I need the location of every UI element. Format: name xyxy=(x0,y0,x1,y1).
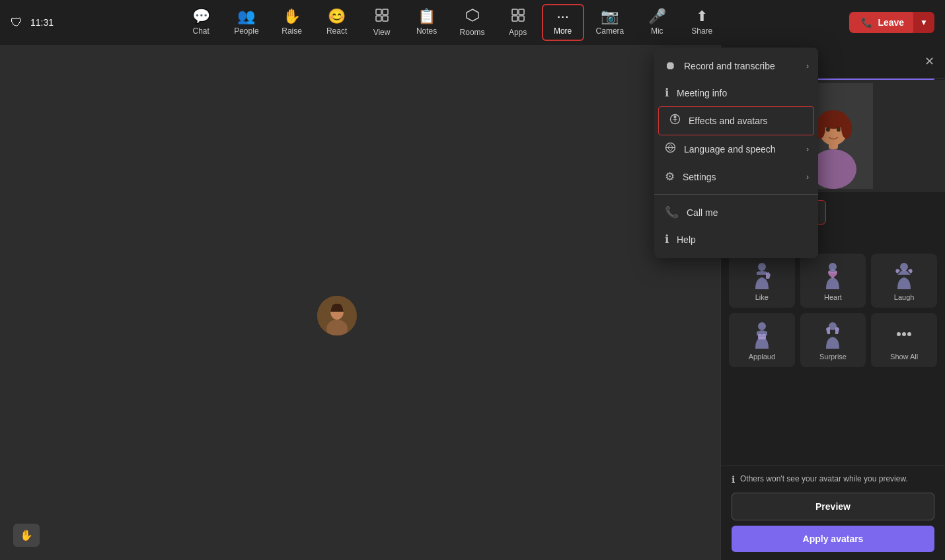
svg-rect-32 xyxy=(758,334,762,339)
menu-effects-label: Effects and avatars xyxy=(689,116,768,126)
svg-point-28 xyxy=(758,263,766,271)
svg-point-26 xyxy=(837,127,841,132)
nav-chat[interactable]: 💬 Chat xyxy=(180,5,222,40)
apply-avatars-button[interactable]: Apply avatars xyxy=(732,526,934,552)
nav-share-label: Share xyxy=(691,26,712,36)
chevron-down-icon: ▼ xyxy=(920,18,928,27)
raise-icon: ✋ xyxy=(283,9,301,24)
user-avatar-circle xyxy=(317,296,357,335)
info-text: Others won't see your avatar while you p… xyxy=(740,474,908,483)
svg-point-35 xyxy=(897,332,901,336)
reaction-heart[interactable]: Heart xyxy=(800,254,866,308)
info-row: ℹ Others won't see your avatar while you… xyxy=(732,474,934,485)
nav-more[interactable]: ··· More xyxy=(542,4,584,41)
nav-people[interactable]: 👥 People xyxy=(225,5,268,40)
menu-item-settings[interactable]: ⚙ Settings › xyxy=(654,163,818,190)
menu-item-meeting-info[interactable]: ℹ Meeting info xyxy=(654,79,818,106)
like-icon xyxy=(747,260,776,289)
menu-item-call-me[interactable]: 📞 Call me xyxy=(654,199,818,226)
nav-camera[interactable]: 📷 Camera xyxy=(587,5,634,40)
show-all-icon xyxy=(889,320,919,349)
nav-chat-label: Chat xyxy=(193,26,209,36)
svg-marker-4 xyxy=(467,9,478,21)
user-avatar-image xyxy=(317,296,357,335)
menu-call-me-label: Call me xyxy=(687,207,718,218)
svg-rect-0 xyxy=(376,9,381,15)
nav-rooms[interactable]: Rooms xyxy=(451,4,494,41)
nav-view-label: View xyxy=(373,28,391,37)
reaction-show-all[interactable]: Show All xyxy=(871,313,937,367)
svg-point-36 xyxy=(902,332,906,336)
people-icon: 👥 xyxy=(237,9,255,24)
dropdown-menu: ⏺ Record and transcribe › ℹ Meeting info… xyxy=(654,48,818,258)
react-icon: 😊 xyxy=(328,9,346,24)
nav-mic-label: Mic xyxy=(651,26,663,36)
laugh-label: Laugh xyxy=(894,293,915,301)
chat-icon: 💬 xyxy=(192,9,210,24)
nav-mic[interactable]: 🎤 Mic xyxy=(636,5,678,40)
clock-display: 11:31 xyxy=(30,17,54,28)
nav-notes-label: Notes xyxy=(416,26,437,36)
svg-rect-6 xyxy=(519,9,524,15)
nav-share[interactable]: ⬆ Share xyxy=(681,5,723,40)
nav-view[interactable]: View xyxy=(361,4,403,41)
nav-raise[interactable]: ✋ Raise xyxy=(271,5,313,40)
topbar-right: 📞 Leave ▼ xyxy=(849,12,934,33)
shield-icon: 🛡 xyxy=(11,16,22,30)
effects-icon xyxy=(669,114,681,128)
topbar: 🛡 11:31 💬 Chat 👥 People ✋ Raise 😊 React xyxy=(0,0,945,45)
menu-item-help[interactable]: ℹ Help xyxy=(654,226,818,253)
menu-divider xyxy=(654,194,818,195)
nav-apps[interactable]: Apps xyxy=(497,4,539,41)
svg-point-24 xyxy=(841,118,852,139)
apply-label: Apply avatars xyxy=(803,534,864,544)
rooms-icon xyxy=(465,8,480,25)
raise-hand-button[interactable]: ✋ xyxy=(13,524,40,547)
svg-rect-33 xyxy=(762,334,766,339)
share-icon: ⬆ xyxy=(696,9,708,24)
nav-react-label: React xyxy=(326,26,347,36)
svg-point-37 xyxy=(907,332,911,336)
nav-react[interactable]: 😊 React xyxy=(316,5,358,40)
svg-rect-1 xyxy=(383,9,388,15)
camera-icon: 📷 xyxy=(601,9,619,24)
show-all-label: Show All xyxy=(890,353,918,361)
menu-item-record[interactable]: ⏺ Record and transcribe › xyxy=(654,53,818,79)
chevron-right-icon: › xyxy=(806,61,809,71)
leave-button[interactable]: 📞 Leave xyxy=(849,12,916,33)
nav-more-label: More xyxy=(554,26,572,36)
call-me-icon: 📞 xyxy=(665,205,679,219)
menu-record-label: Record and transcribe xyxy=(684,61,775,71)
reaction-laugh[interactable]: Laugh xyxy=(871,254,937,308)
svg-rect-5 xyxy=(512,9,517,15)
svg-rect-2 xyxy=(376,16,381,21)
leave-label: Leave xyxy=(878,17,904,28)
help-icon: ℹ xyxy=(665,232,669,246)
raise-hand-icon: ✋ xyxy=(20,530,33,541)
svg-point-25 xyxy=(826,127,830,132)
nav-raise-label: Raise xyxy=(282,26,302,36)
menu-item-language[interactable]: Language and speech › xyxy=(654,135,818,163)
close-panel-button[interactable]: ✕ xyxy=(925,54,934,69)
laugh-icon xyxy=(889,260,919,289)
svg-point-31 xyxy=(758,322,766,330)
menu-help-label: Help xyxy=(677,234,696,245)
applaud-label: Applaud xyxy=(749,353,775,361)
nav-notes[interactable]: 📋 Notes xyxy=(406,5,448,40)
info-icon: ℹ xyxy=(665,86,669,100)
reaction-surprise[interactable]: Surprise xyxy=(800,313,866,367)
leave-group: 📞 Leave ▼ xyxy=(849,12,934,33)
panel-footer: ℹ Others won't see your avatar while you… xyxy=(721,466,945,560)
topbar-nav: 💬 Chat 👥 People ✋ Raise 😊 React V xyxy=(54,4,849,41)
menu-item-effects[interactable]: Effects and avatars xyxy=(658,106,814,135)
reaction-like[interactable]: Like xyxy=(729,254,795,308)
menu-settings-label: Settings xyxy=(683,172,716,182)
heart-icon xyxy=(818,260,847,289)
preview-button[interactable]: Preview xyxy=(732,493,934,520)
reaction-applaud[interactable]: Applaud xyxy=(729,313,795,367)
leave-chevron-button[interactable]: ▼ xyxy=(913,12,934,33)
like-label: Like xyxy=(755,293,769,301)
svg-point-13 xyxy=(674,116,677,118)
language-icon xyxy=(665,142,676,157)
leave-phone-icon: 📞 xyxy=(861,17,872,28)
